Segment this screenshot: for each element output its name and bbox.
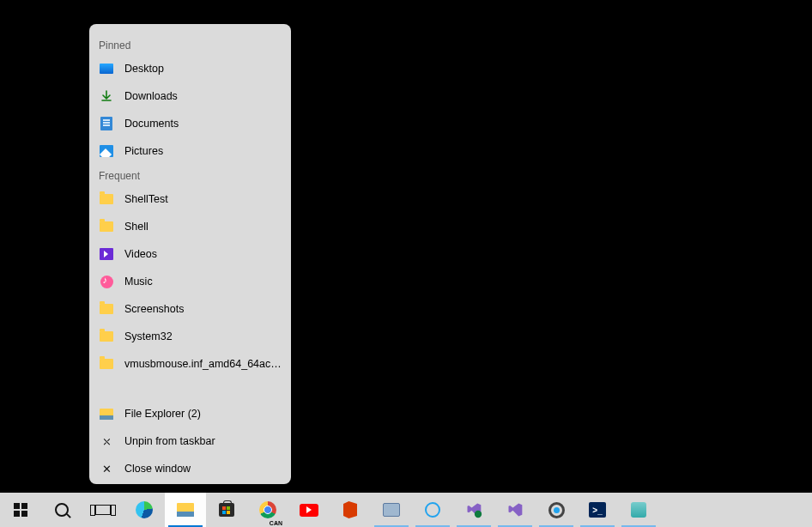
unpin-icon: ⤬ [99, 433, 114, 449]
visual-studio-preview-icon [464, 500, 483, 519]
documents-icon [99, 116, 114, 131]
svg-rect-0 [14, 503, 20, 509]
settings-button[interactable] [536, 493, 577, 527]
downloads-icon [99, 88, 114, 104]
pictures-icon [99, 143, 114, 159]
frequent-item[interactable]: Videos [89, 240, 291, 268]
youtube-icon [300, 500, 318, 519]
office-button[interactable] [330, 493, 371, 527]
pinned-item-label: Documents [124, 118, 179, 130]
youtube-button[interactable] [288, 493, 330, 527]
pinned-item-desktop[interactable]: Desktop [89, 55, 291, 82]
jumplist: Pinned Desktop Downloads Documents Pictu… [89, 24, 291, 484]
edge-button[interactable] [124, 493, 165, 527]
frequent-item-label: Shell [124, 221, 148, 233]
jumplist-actions: File Explorer (2) ⤬ Unpin from taskbar ✕… [89, 400, 291, 482]
frequent-item-label: Screenshots [124, 303, 184, 315]
svg-point-4 [475, 511, 482, 518]
frequent-item-label: vmusbmouse.inf_amd64_64ac7a0a... [124, 358, 282, 370]
music-icon [99, 274, 114, 289]
frequent-item[interactable]: Shell [89, 213, 291, 240]
frequent-item[interactable]: ShellTest [89, 185, 291, 213]
svg-rect-2 [14, 511, 20, 517]
start-button[interactable] [0, 493, 41, 527]
frequent-item[interactable]: vmusbmouse.inf_amd64_64ac7a0a... [89, 350, 291, 378]
store-button[interactable] [206, 493, 247, 527]
frequent-item-label: Videos [124, 248, 157, 260]
frequent-item-label: Music [124, 276, 153, 288]
pinned-item-downloads[interactable]: Downloads [89, 82, 291, 110]
folder-icon [99, 301, 114, 317]
action-label: Close window [124, 463, 191, 475]
file-explorer-button[interactable] [165, 493, 206, 527]
action-label: File Explorer (2) [124, 408, 201, 420]
task-view-icon [94, 500, 112, 519]
open-app-action[interactable]: File Explorer (2) [89, 400, 291, 427]
visual-studio-preview-button[interactable] [453, 493, 494, 527]
chrome-canary-button[interactable]: CAN [247, 493, 288, 527]
frequent-item-label: System32 [124, 330, 173, 342]
videos-icon [99, 246, 114, 262]
desktop-icon [99, 61, 114, 76]
svg-rect-1 [21, 503, 27, 509]
task-view-button[interactable] [82, 493, 124, 527]
store-icon [217, 500, 236, 519]
settings-icon [547, 500, 566, 519]
frequent-item-label: ShellTest [124, 193, 168, 205]
pinned-item-pictures[interactable]: Pictures [89, 137, 291, 165]
app-icon [629, 500, 648, 519]
file-explorer-icon [176, 500, 195, 519]
frequent-item[interactable]: Screenshots [89, 295, 291, 323]
folder-icon [99, 329, 114, 344]
action-label: Unpin from taskbar [124, 435, 215, 447]
pinned-item-label: Pictures [124, 145, 163, 157]
close-icon: ✕ [99, 461, 114, 476]
canary-badge: CAN [270, 520, 282, 526]
jumplist-spacer [89, 378, 291, 395]
unpin-action[interactable]: ⤬ Unpin from taskbar [89, 427, 291, 455]
steps-recorder-button[interactable] [371, 493, 412, 527]
frequent-item[interactable]: Music [89, 268, 291, 295]
edge-icon [135, 500, 154, 519]
search-icon [52, 500, 71, 519]
cortana-icon [423, 500, 442, 519]
chrome-canary-icon [258, 500, 277, 519]
close-window-action[interactable]: ✕ Close window [89, 455, 291, 482]
app-button[interactable] [618, 493, 659, 527]
powershell-icon: >_ [588, 500, 607, 519]
search-button[interactable] [41, 493, 82, 527]
file-explorer-icon [99, 406, 114, 421]
frequent-item[interactable]: System32 [89, 323, 291, 350]
pinned-header: Pinned [89, 39, 291, 55]
visual-studio-button[interactable] [494, 493, 536, 527]
svg-rect-3 [21, 511, 27, 517]
folder-icon [99, 356, 114, 372]
steps-recorder-icon [382, 500, 401, 519]
taskbar: CAN >_ [0, 493, 812, 527]
folder-icon [99, 191, 114, 207]
pinned-item-label: Downloads [124, 90, 178, 102]
folder-icon [99, 219, 114, 234]
pinned-item-documents[interactable]: Documents [89, 110, 291, 137]
frequent-header: Frequent [89, 170, 291, 185]
cortana-button[interactable] [412, 493, 453, 527]
powershell-button[interactable]: >_ [577, 493, 618, 527]
pinned-item-label: Desktop [124, 63, 164, 75]
office-icon [341, 500, 360, 519]
windows-logo-icon [11, 500, 30, 519]
visual-studio-icon [506, 500, 524, 519]
